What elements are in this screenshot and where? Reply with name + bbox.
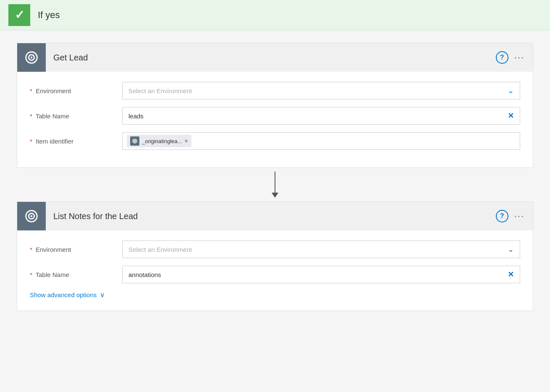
get-lead-title: Get Lead <box>53 53 496 63</box>
required-star-3: * <box>30 138 32 145</box>
get-lead-actions: ? ··· <box>496 51 524 64</box>
token-remove-button[interactable]: × <box>184 138 188 144</box>
list-notes-environment-placeholder: Select an Environment <box>128 246 508 253</box>
get-lead-environment-label: * Environment <box>30 87 122 94</box>
get-lead-item-identifier-token-input[interactable]: _originatingleа... × <box>122 132 520 150</box>
svg-point-2 <box>31 57 33 59</box>
token-swirl-icon <box>130 136 139 146</box>
svg-point-5 <box>134 141 135 141</box>
list-notes-environment-label: * Environment <box>30 246 122 253</box>
svg-point-8 <box>31 215 33 217</box>
token-text: _originatingleа... <box>142 138 182 144</box>
list-notes-environment-control[interactable]: Select an Environment ⌄ <box>122 240 520 258</box>
list-notes-body: * Environment Select an Environment ⌄ * … <box>17 230 533 311</box>
show-advanced-options-button[interactable]: Show advanced options <box>30 291 97 298</box>
chevron-down-icon-1: ⌄ <box>508 86 514 95</box>
list-notes-more-button[interactable]: ··· <box>514 212 524 221</box>
chevron-down-icon-2: ⌄ <box>508 245 514 254</box>
check-icon: ✓ <box>15 8 24 22</box>
get-lead-help-button[interactable]: ? <box>496 51 508 64</box>
required-star-4: * <box>30 246 32 253</box>
arrow-head <box>272 193 278 198</box>
get-lead-body: * Environment Select an Environment ⌄ * … <box>17 72 533 167</box>
main-content: Get Lead ? ··· * Environment Select an E… <box>0 30 550 324</box>
get-lead-environment-select[interactable]: Select an Environment ⌄ <box>122 82 520 99</box>
get-lead-table-name-clear-button[interactable]: ✕ <box>508 111 514 120</box>
list-notes-title: List Notes for the Lead <box>53 212 496 221</box>
get-lead-item-identifier-label: * Item identifier <box>30 138 122 145</box>
list-notes-actions: ? ··· <box>496 210 524 222</box>
list-notes-table-name-value: annotations <box>128 271 508 278</box>
list-notes-table-name-control[interactable]: annotations ✕ <box>122 266 520 283</box>
get-lead-card: Get Lead ? ··· * Environment Select an E… <box>17 43 533 168</box>
get-lead-environment-placeholder: Select an Environment <box>128 87 508 94</box>
get-lead-table-name-input[interactable]: leads ✕ <box>122 107 520 125</box>
list-notes-table-name-row: * Table Name annotations ✕ <box>30 266 520 283</box>
get-lead-environment-control[interactable]: Select an Environment ⌄ <box>122 82 520 99</box>
list-notes-card: List Notes for the Lead ? ··· * Environm… <box>17 201 533 311</box>
get-lead-table-name-label: * Table Name <box>30 112 122 120</box>
required-star-2: * <box>30 112 32 120</box>
show-advanced-row[interactable]: Show advanced options ∨ <box>30 291 520 299</box>
list-notes-icon-box <box>17 202 46 230</box>
get-lead-more-button[interactable]: ··· <box>514 53 524 62</box>
get-lead-table-name-row: * Table Name leads ✕ <box>30 107 520 125</box>
arrow-connector <box>17 168 533 201</box>
show-advanced-chevron-icon: ∨ <box>100 291 105 299</box>
get-lead-environment-row: * Environment Select an Environment ⌄ <box>30 82 520 99</box>
check-icon-box: ✓ <box>8 4 30 26</box>
list-notes-environment-select[interactable]: Select an Environment ⌄ <box>122 240 520 258</box>
list-notes-help-button[interactable]: ? <box>496 210 508 222</box>
arrow-shaft <box>275 172 275 193</box>
get-lead-item-identifier-control[interactable]: _originatingleа... × <box>122 132 520 150</box>
list-notes-table-name-input[interactable]: annotations ✕ <box>122 266 520 283</box>
if-yes-label: If yes <box>38 10 60 21</box>
item-identifier-token[interactable]: _originatingleа... × <box>127 135 191 147</box>
swirl-icon-2 <box>24 208 39 224</box>
list-notes-table-name-clear-button[interactable]: ✕ <box>508 270 514 279</box>
required-star: * <box>30 87 32 94</box>
get-lead-icon-box <box>17 43 46 72</box>
required-star-5: * <box>30 271 32 278</box>
swirl-icon-1 <box>24 50 39 65</box>
arrow-line <box>272 172 278 198</box>
get-lead-table-name-value: leads <box>128 112 508 120</box>
get-lead-item-identifier-row: * Item identifier <box>30 132 520 150</box>
if-yes-header: ✓ If yes <box>0 0 550 30</box>
list-notes-card-header: List Notes for the Lead ? ··· <box>17 202 533 230</box>
list-notes-table-name-label: * Table Name <box>30 271 122 278</box>
list-notes-environment-row: * Environment Select an Environment ⌄ <box>30 240 520 258</box>
get-lead-table-name-control[interactable]: leads ✕ <box>122 107 520 125</box>
get-lead-card-header: Get Lead ? ··· <box>17 43 533 72</box>
